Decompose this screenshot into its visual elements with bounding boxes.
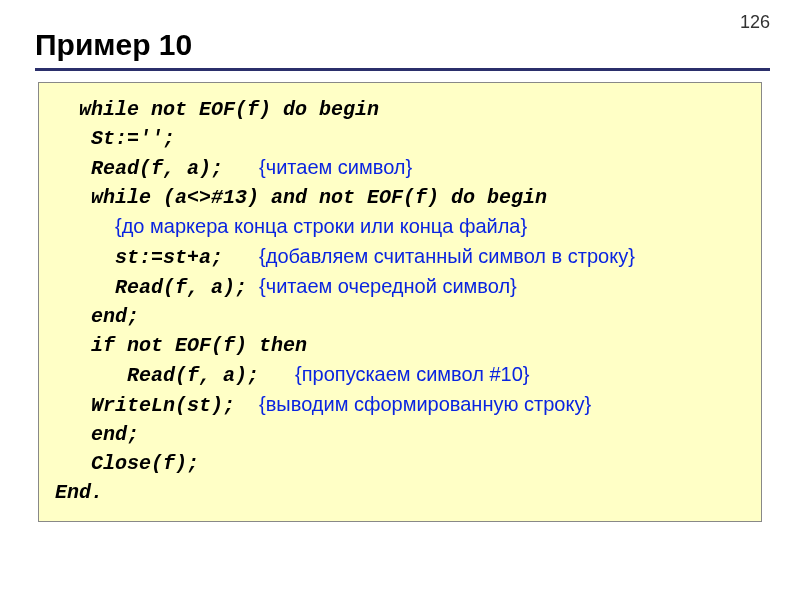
comment-11: {выводим сформированную строку} [259, 393, 591, 415]
code-line-10: Read(f, a); [55, 364, 295, 387]
page-number: 126 [740, 12, 770, 33]
code-line-8: end; [55, 305, 139, 328]
code-line-3: Read(f, a); [55, 157, 259, 180]
code-line-12: end; [55, 423, 139, 446]
code-line-11: WriteLn(st); [55, 394, 259, 417]
code-line-4: while (a<>#13) and not EOF(f) do begin [55, 186, 547, 209]
comment-10: {пропускаем символ #10} [295, 363, 529, 385]
code-line-1: while not EOF(f) do begin [55, 98, 379, 121]
code-line-14: End. [55, 481, 103, 504]
comment-7: {читаем очередной символ} [259, 275, 517, 297]
title-underline [35, 68, 770, 71]
comment-3: {читаем символ} [259, 156, 412, 178]
code-line-13: Close(f); [55, 452, 199, 475]
code-block: while not EOF(f) do begin St:=''; Read(f… [38, 82, 762, 522]
code-line-2: St:=''; [55, 127, 175, 150]
code-line-6: st:=st+a; [55, 246, 259, 269]
slide-title: Пример 10 [35, 28, 192, 62]
comment-5: {до маркера конца строки или конца файла… [115, 215, 527, 237]
code-line-9: if not EOF(f) then [55, 334, 307, 357]
code-line-7: Read(f, a); [55, 276, 259, 299]
comment-6: {добавляем считанный символ в строку} [259, 245, 635, 267]
indent-5 [55, 216, 115, 239]
